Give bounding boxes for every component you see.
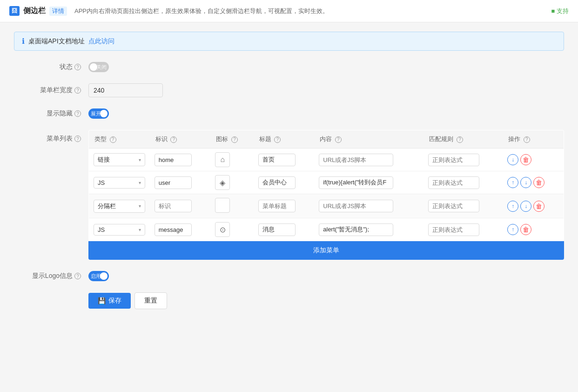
table-row: 链接 ▾ ⌂ bbox=[89, 149, 564, 171]
row3-type-select[interactable]: 分隔栏 ▾ bbox=[94, 200, 145, 213]
save-button[interactable]: 💾 保存 bbox=[88, 293, 131, 309]
display-toggle-text: 展开 bbox=[91, 110, 101, 117]
col-type-help[interactable]: ? bbox=[110, 136, 116, 143]
row3-delete-button[interactable]: 🗑 bbox=[533, 201, 544, 212]
row4-icon-cell: ⊙ bbox=[210, 218, 253, 241]
col-regex-help[interactable]: ? bbox=[457, 136, 463, 143]
detail-link[interactable]: 详情 bbox=[49, 7, 67, 16]
logo-help-icon[interactable]: ? bbox=[74, 273, 81, 279]
logo-row: 显示Logo信息 ? 启用 bbox=[14, 271, 564, 281]
save-icon: 💾 bbox=[98, 297, 106, 304]
display-help-icon[interactable]: ? bbox=[74, 110, 81, 117]
header-description: APP内向右滑动页面拉出侧边栏，原生效果体验，自定义侧滑边栏导航，可视配置，实时… bbox=[74, 7, 329, 15]
row4-icon-button[interactable]: ⊙ bbox=[215, 222, 230, 237]
row2-regex-input[interactable] bbox=[428, 176, 479, 189]
menu-list-row: 菜单列表 ? 类型 ? 标识 ? 图标 bbox=[14, 130, 564, 260]
row2-identifier-input[interactable] bbox=[155, 176, 192, 189]
display-toggle[interactable]: 展开 bbox=[88, 108, 109, 119]
row2-action-cell: ↑ ↓ 🗑 bbox=[503, 171, 564, 194]
status-help-icon[interactable]: ? bbox=[74, 64, 81, 70]
col-title-help[interactable]: ? bbox=[274, 136, 281, 143]
row2-title-input[interactable] bbox=[258, 176, 296, 189]
row3-title-input[interactable] bbox=[258, 200, 296, 212]
table-header-row: 类型 ? 标识 ? 图标 ? 标题 ? bbox=[89, 130, 564, 149]
menu-list-help-icon[interactable]: ? bbox=[74, 135, 81, 142]
logo-toggle[interactable]: 启用 bbox=[88, 271, 109, 281]
display-toggle-thumb bbox=[100, 110, 108, 117]
add-menu-button[interactable]: 添加菜单 bbox=[88, 241, 564, 260]
row4-type-select[interactable]: JS ▾ bbox=[94, 224, 145, 236]
row3-content-input[interactable] bbox=[319, 200, 393, 212]
row2-down-button[interactable]: ↓ bbox=[520, 177, 531, 188]
col-icon-help[interactable]: ? bbox=[231, 136, 238, 143]
row4-identifier-input[interactable] bbox=[155, 223, 192, 236]
logo-toggle-text: 启用 bbox=[91, 273, 101, 280]
display-toggle-track[interactable]: 展开 bbox=[88, 108, 109, 119]
col-content-help[interactable]: ? bbox=[335, 136, 342, 143]
row4-title-input[interactable] bbox=[258, 223, 296, 236]
row2-regex-cell bbox=[423, 171, 503, 194]
col-type: 类型 ? bbox=[89, 130, 150, 149]
row1-action-cell: ↓ 🗑 bbox=[503, 149, 564, 171]
row4-type-cell: JS ▾ bbox=[89, 218, 150, 241]
row3-up-button[interactable]: ↑ bbox=[507, 201, 518, 212]
row4-up-button[interactable]: ↑ bbox=[507, 224, 518, 235]
row1-content-input[interactable] bbox=[319, 154, 393, 166]
row4-regex-input[interactable] bbox=[428, 223, 479, 236]
page-title: 侧边栏 bbox=[23, 6, 46, 16]
logo-toggle-track[interactable]: 启用 bbox=[88, 271, 109, 281]
row2-type-cell: JS ▾ bbox=[89, 171, 150, 194]
col-regex: 匹配规则 ? bbox=[423, 130, 503, 149]
logo-toggle-thumb bbox=[100, 272, 108, 280]
menu-width-help-icon[interactable]: ? bbox=[74, 87, 81, 94]
row4-content-input[interactable] bbox=[319, 223, 393, 236]
row4-title-cell bbox=[254, 218, 315, 241]
row2-delete-button[interactable]: 🗑 bbox=[533, 177, 544, 188]
main-content: ℹ 桌面端API文档地址 点此访问 状态 ? 关闭 菜单栏宽度 ? 显示隐藏 ? bbox=[0, 22, 578, 330]
row4-delete-button[interactable]: 🗑 bbox=[520, 224, 531, 235]
row2-type-value: JS bbox=[98, 179, 105, 186]
row2-actions: ↑ ↓ 🗑 bbox=[507, 177, 559, 188]
info-bar: ℹ 桌面端API文档地址 点此访问 bbox=[14, 32, 564, 51]
row3-icon-button[interactable] bbox=[215, 198, 230, 213]
status-toggle-track[interactable]: 关闭 bbox=[88, 62, 109, 72]
row3-type-chevron: ▾ bbox=[139, 203, 141, 209]
row2-icon-cell: ◈ bbox=[210, 171, 253, 194]
status-toggle-thumb bbox=[90, 63, 97, 71]
row1-regex-input[interactable] bbox=[428, 154, 479, 166]
row1-down-button[interactable]: ↓ bbox=[507, 154, 518, 165]
row1-icon-button[interactable]: ⌂ bbox=[215, 152, 230, 167]
row3-regex-input[interactable] bbox=[428, 200, 479, 212]
row2-up-button[interactable]: ↑ bbox=[507, 177, 518, 188]
row1-identifier-input[interactable] bbox=[155, 154, 192, 166]
row1-delete-button[interactable]: 🗑 bbox=[520, 154, 531, 165]
row1-type-cell: 链接 ▾ bbox=[89, 149, 150, 171]
status-row: 状态 ? 关闭 bbox=[14, 62, 564, 72]
row4-type-chevron: ▾ bbox=[139, 227, 141, 232]
row1-actions: ↓ 🗑 bbox=[507, 154, 559, 165]
row3-regex-cell bbox=[423, 194, 503, 218]
app-icon: 囧 bbox=[9, 6, 20, 16]
row2-content-input[interactable] bbox=[319, 176, 393, 189]
row2-type-select[interactable]: JS ▾ bbox=[94, 177, 145, 189]
row1-icon-cell: ⌂ bbox=[210, 149, 253, 171]
row3-identifier-input[interactable] bbox=[155, 200, 192, 212]
status-toggle-text: 关闭 bbox=[96, 64, 107, 71]
row3-content-cell bbox=[314, 194, 423, 218]
support-label: ■ 支持 bbox=[551, 7, 569, 15]
table-row: 分隔栏 ▾ bbox=[89, 194, 564, 218]
api-doc-link[interactable]: 点此访问 bbox=[88, 37, 114, 46]
col-action-help[interactable]: ? bbox=[524, 136, 530, 143]
header: 囧 侧边栏 详情 APP内向右滑动页面拉出侧边栏，原生效果体验，自定义侧滑边栏导… bbox=[0, 0, 578, 22]
menu-width-input[interactable] bbox=[88, 83, 163, 97]
row3-down-button[interactable]: ↓ bbox=[520, 201, 531, 212]
row2-icon-button[interactable]: ◈ bbox=[215, 175, 230, 190]
row1-title-input[interactable] bbox=[258, 154, 296, 166]
col-identifier-help[interactable]: ? bbox=[170, 136, 177, 143]
table-row: JS ▾ ◈ bbox=[89, 171, 564, 194]
row3-title-cell bbox=[254, 194, 315, 218]
reset-button[interactable]: 重置 bbox=[134, 292, 167, 309]
row3-action-cell: ↑ ↓ 🗑 bbox=[503, 194, 564, 218]
status-toggle[interactable]: 关闭 bbox=[88, 62, 109, 72]
row1-type-select[interactable]: 链接 ▾ bbox=[94, 153, 145, 166]
